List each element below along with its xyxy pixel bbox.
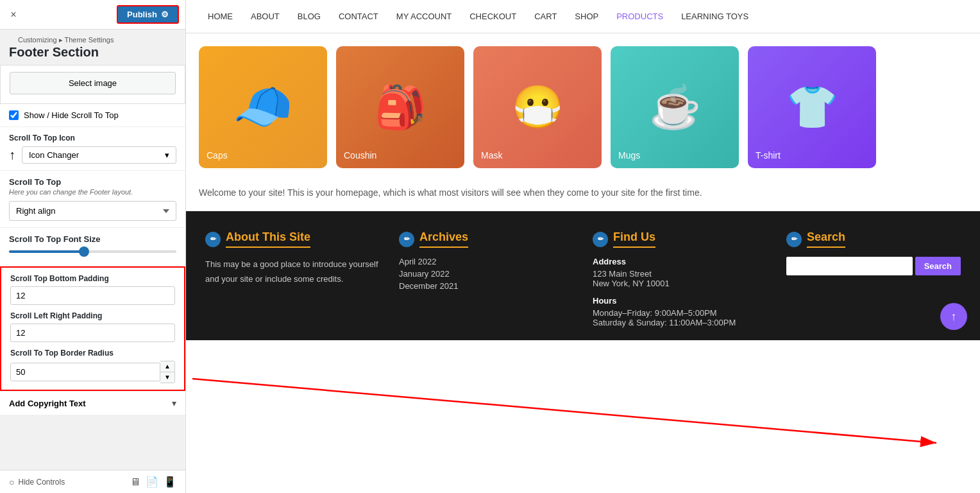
- select-image-button[interactable]: Select image: [10, 72, 176, 94]
- footer-search-button[interactable]: Search: [915, 257, 961, 275]
- footer-findus-edit-icon[interactable]: ✏: [593, 232, 608, 247]
- welcome-text: Welcome to your site! This is your homep…: [186, 175, 980, 211]
- spinner-up-button[interactable]: ▲: [160, 361, 174, 372]
- left-right-padding-label: Scroll Left Right Padding: [10, 311, 175, 320]
- footer-about-text: This may be a good place to introduce yo…: [205, 257, 380, 287]
- coushin-emoji: 🎒: [375, 83, 427, 132]
- caps-label: Caps: [207, 150, 228, 160]
- copyright-expand-icon: ▾: [172, 398, 176, 408]
- copyright-label: Add Copyright Text: [9, 399, 86, 408]
- border-radius-input[interactable]: [10, 363, 160, 381]
- main-area: HOME ABOUT BLOG CONTACT MY ACCOUNT CHECK…: [186, 0, 980, 340]
- show-hide-row: Show / Hide Scroll To Top: [0, 104, 185, 127]
- chevron-down-icon: ▾: [165, 150, 169, 160]
- svg-line-1: [192, 379, 936, 443]
- nav-home[interactable]: HOME: [199, 0, 242, 33]
- footer-archives-col: ✏ Archives April 2022 January 2022 Decem…: [399, 230, 573, 327]
- slider-thumb[interactable]: [79, 246, 89, 257]
- nav-learning-toys[interactable]: LEARNING TOYS: [672, 0, 757, 33]
- footer-about-col: ✏ About This Site This may be a good pla…: [205, 230, 380, 327]
- scroll-top-label: Scroll To Top: [9, 177, 176, 187]
- footer-archives-title: ✏ Archives: [399, 230, 573, 248]
- tshirt-emoji: 👕: [786, 83, 838, 132]
- select-image-section: Select image: [0, 65, 185, 104]
- nav-products[interactable]: PRODUCTS: [607, 0, 672, 33]
- mask-label: Mask: [481, 150, 502, 160]
- product-mask[interactable]: 😷 Mask: [473, 46, 602, 168]
- left-right-padding-input[interactable]: 12: [10, 324, 175, 342]
- nav-cart[interactable]: CART: [525, 0, 566, 33]
- footer-archives-edit-icon[interactable]: ✏: [399, 232, 414, 247]
- product-mugs[interactable]: ☕ Mugs: [611, 46, 739, 168]
- hide-controls-button[interactable]: ○ Hide Controls: [9, 477, 65, 487]
- icon-changer-label: Icon Changer: [29, 150, 79, 160]
- footer-about-edit-icon[interactable]: ✏: [205, 232, 221, 247]
- mugs-emoji: ☕: [649, 83, 701, 132]
- align-dropdown[interactable]: Right align Left align Center align: [9, 201, 176, 221]
- copyright-section[interactable]: Add Copyright Text ▾: [0, 391, 185, 415]
- nav-contact[interactable]: CONTACT: [330, 0, 387, 33]
- nav-checkout[interactable]: CHECKOUT: [460, 0, 525, 33]
- device-icons: 🖥 📄 📱: [130, 476, 176, 488]
- footer-hours-label: Hours: [593, 296, 767, 306]
- footer-address-label: Address: [593, 257, 767, 266]
- footer-search-edit-icon[interactable]: ✏: [786, 232, 802, 247]
- nav-shop[interactable]: SHOP: [566, 0, 607, 33]
- circle-icon: ○: [9, 477, 14, 487]
- font-size-section: Scroll To Top Font Size: [0, 228, 185, 266]
- footer-search-title: ✏ Search: [786, 230, 961, 248]
- footer-search-col: ✏ Search Search: [786, 230, 961, 327]
- border-radius-label: Scroll To Top Border Radius: [10, 349, 175, 358]
- nav-about[interactable]: ABOUT: [242, 0, 289, 33]
- mask-emoji: 😷: [512, 83, 564, 132]
- product-grid: 🧢 Caps 🎒 Coushin 😷 Mask: [199, 46, 967, 168]
- site-footer: ✏ About This Site This may be a good pla…: [186, 211, 980, 340]
- footer-address-1: 123 Main Street: [593, 269, 767, 279]
- show-hide-checkbox[interactable]: [9, 110, 19, 120]
- nav-blog[interactable]: BLOG: [289, 0, 330, 33]
- footer-about-title: ✏ About This Site: [205, 230, 380, 248]
- product-caps[interactable]: 🧢 Caps: [199, 46, 327, 168]
- archive-link-apr[interactable]: April 2022: [399, 257, 573, 266]
- icon-changer-dropdown[interactable]: Icon Changer ▾: [22, 146, 176, 164]
- slider-track: [9, 250, 176, 253]
- footer-search-input[interactable]: [786, 257, 913, 275]
- product-tshirt[interactable]: 👕 T-shirt: [748, 46, 876, 168]
- caps-emoji: 🧢: [233, 79, 293, 135]
- scroll-top-section: Scroll To Top Here you can change the Fo…: [0, 171, 185, 228]
- panel-section-title: Footer Section: [0, 45, 185, 65]
- footer-grid: ✏ About This Site This may be a good pla…: [205, 230, 961, 327]
- product-coushin[interactable]: 🎒 Coushin: [336, 46, 464, 168]
- tshirt-label: T-shirt: [756, 150, 781, 160]
- border-radius-row: ▲ ▼: [10, 361, 175, 383]
- tablet-view-button[interactable]: 📄: [146, 476, 158, 488]
- publish-button[interactable]: Publish ⚙: [117, 5, 179, 24]
- scroll-top-sublabel: Here you can change the Footer layout.: [9, 188, 176, 196]
- archive-link-jan[interactable]: January 2022: [399, 269, 573, 279]
- nav-my-account[interactable]: MY ACCOUNT: [387, 0, 460, 33]
- bottom-padding-input[interactable]: 12: [10, 286, 175, 305]
- gear-icon: ⚙: [161, 10, 169, 19]
- desktop-view-button[interactable]: 🖥: [130, 476, 140, 488]
- footer-hours-1: Monday–Friday: 9:00AM–5:00PM: [593, 308, 767, 318]
- scroll-icon-label: Scroll To Top Icon: [9, 134, 176, 143]
- main-wrapper: HOME ABOUT BLOG CONTACT MY ACCOUNT CHECK…: [186, 0, 980, 493]
- archive-link-dec[interactable]: December 2021: [399, 281, 573, 291]
- scroll-icon-section: Scroll To Top Icon ↑ Icon Changer ▾: [0, 127, 185, 171]
- coushin-label: Coushin: [344, 150, 376, 160]
- scroll-to-top-button[interactable]: ↑: [940, 303, 967, 330]
- mobile-view-button[interactable]: 📱: [164, 476, 176, 488]
- site-nav: HOME ABOUT BLOG CONTACT MY ACCOUNT CHECK…: [186, 0, 980, 33]
- panel-content: Select image Show / Hide Scroll To Top S…: [0, 65, 185, 493]
- hide-controls-label: Hide Controls: [18, 478, 65, 487]
- close-button[interactable]: ×: [6, 8, 21, 22]
- show-hide-label: Show / Hide Scroll To Top: [24, 110, 119, 120]
- font-size-label: Scroll To Top Font Size: [9, 234, 176, 244]
- slider-fill: [9, 250, 84, 253]
- bottom-padding-label: Scroll Top Bottom Padding: [10, 274, 175, 283]
- spinner-buttons: ▲ ▼: [160, 361, 175, 383]
- panel-footer: ○ Hide Controls 🖥 📄 📱: [0, 470, 185, 493]
- padding-section: Scroll Top Bottom Padding 12 Scroll Left…: [0, 266, 185, 391]
- spinner-down-button[interactable]: ▼: [160, 372, 174, 383]
- panel-header: × Publish ⚙: [0, 0, 185, 30]
